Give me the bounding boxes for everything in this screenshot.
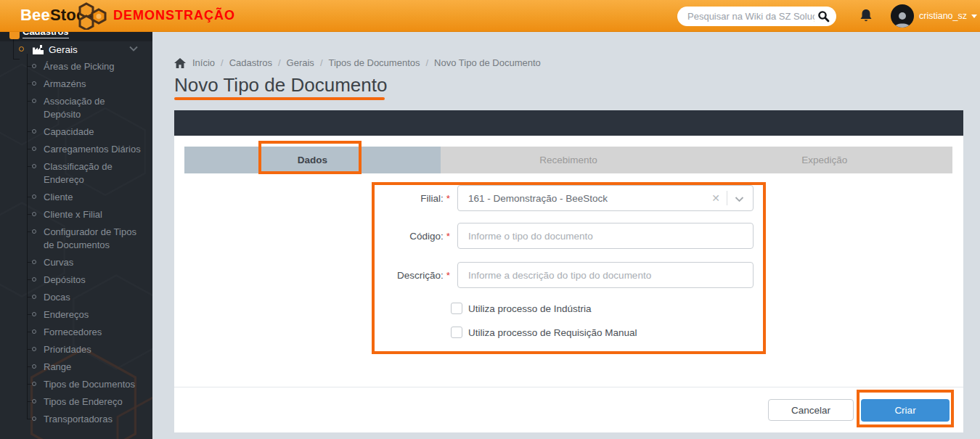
username-label[interactable]: cristiano_sz <box>919 11 967 21</box>
sidebar-item[interactable]: Cliente <box>0 189 152 206</box>
sidebar-item[interactable]: Docas <box>0 289 152 306</box>
sidebar-item[interactable]: Curvas <box>0 254 152 271</box>
bullet-icon <box>32 99 36 103</box>
bullet-icon <box>32 347 36 351</box>
environment-label: DEMONSTRAÇÃO <box>113 8 235 23</box>
wiki-search <box>677 7 836 26</box>
person-icon <box>893 10 912 28</box>
industria-checkbox-label: Utiliza processo de Indústria <box>468 303 592 314</box>
bullet-icon <box>32 81 36 86</box>
sidebar-item[interactable]: Endereços <box>0 306 152 324</box>
sidebar-item[interactable]: Tipos de Endereço <box>0 393 152 411</box>
tab-dados[interactable]: Dados <box>184 147 441 173</box>
sidebar-item-list: Áreas de Picking Armazéns Associação de … <box>0 58 152 428</box>
bullet-icon <box>19 46 24 52</box>
section-label: Gerais <box>49 44 78 55</box>
sidebar-item[interactable]: Prioridades <box>0 341 152 358</box>
bullet-icon <box>32 147 36 151</box>
create-button[interactable]: Criar <box>861 399 950 422</box>
topbar: BeeStock DEMONSTRAÇÃO cristiano_sz <box>0 0 980 32</box>
sidebar-item[interactable]: Transportadoras <box>0 411 152 428</box>
bullet-icon <box>32 277 36 282</box>
bullet-icon <box>32 329 36 334</box>
form-tabs: Dados Recebimento Expedição <box>184 147 952 173</box>
cadastros-icon <box>9 32 20 39</box>
sidebar-item[interactable]: Capacidade <box>0 123 152 141</box>
bullet-icon <box>32 164 36 168</box>
sidebar-item[interactable]: Classificação de Endereço <box>0 158 152 189</box>
title-underline-annotation <box>174 97 385 100</box>
logo-bee-text: Bee <box>20 6 50 24</box>
descricao-field <box>457 262 754 288</box>
bullet-icon <box>32 229 36 234</box>
sidebar-item[interactable]: Tipos de Documentos <box>0 376 152 393</box>
industry-icon <box>32 44 44 55</box>
bullet-icon <box>32 312 36 316</box>
bullet-icon <box>32 212 36 216</box>
filial-select[interactable]: 161 - Demonstração - BeeStock ✕ <box>457 185 754 211</box>
bullet-icon <box>32 194 36 199</box>
wiki-search-input[interactable] <box>687 11 814 22</box>
codigo-field <box>457 223 754 249</box>
codigo-input[interactable] <box>457 223 754 249</box>
document-type-form-card: Dados Recebimento Expedição Filial:* 161… <box>174 110 963 432</box>
sidebar-item[interactable]: Fornecedores <box>0 324 152 341</box>
page-title: Novo Tipo de Documento <box>174 74 387 97</box>
sidebar-item[interactable]: Cliente x Filial <box>0 206 152 223</box>
form-footer: Cancelar Criar <box>174 387 963 432</box>
bullet-icon <box>32 260 36 264</box>
sidebar-item[interactable]: Range <box>0 358 152 376</box>
requisicao-checkbox-label: Utiliza processo de Requisição Manual <box>468 327 637 338</box>
breadcrumb: Início Cadastros Gerais Tipos de Documen… <box>174 57 541 68</box>
card-header-bar <box>174 110 963 136</box>
requisicao-checkbox[interactable] <box>451 327 462 338</box>
breadcrumb-item[interactable]: Cadastros <box>229 57 287 68</box>
sidebar-item[interactable]: Armazéns <box>0 75 152 93</box>
descricao-input[interactable] <box>457 262 754 288</box>
breadcrumb-item[interactable]: Início <box>192 57 229 68</box>
sidebar-nav: Cadastros Gerais Áreas de Picking Armazé… <box>0 32 152 439</box>
chevron-down-icon[interactable] <box>727 194 746 202</box>
sidebar-item[interactable]: Depósitos <box>0 271 152 289</box>
search-icon[interactable] <box>817 10 830 22</box>
required-asterisk: * <box>446 193 450 204</box>
required-asterisk: * <box>446 270 450 281</box>
sidebar-item[interactable]: Configurador de Tipos de Documentos <box>0 223 152 254</box>
breadcrumb-item[interactable]: Gerais <box>287 57 329 68</box>
breadcrumb-item[interactable]: Novo Tipo de Documento <box>434 57 541 68</box>
descricao-label: Descrição:* <box>174 262 450 288</box>
checkbox-row-industria: Utiliza processo de Indústria <box>451 303 592 314</box>
sidebar-item[interactable]: Associação de Depósito <box>0 93 152 123</box>
bullet-icon <box>32 417 36 421</box>
filial-select-field: 161 - Demonstração - BeeStock ✕ <box>457 185 754 211</box>
bullet-icon <box>32 364 36 369</box>
cancel-button[interactable]: Cancelar <box>768 399 854 421</box>
bullet-icon <box>32 399 36 403</box>
required-asterisk: * <box>446 231 450 242</box>
checkbox-row-requisicao: Utiliza processo de Requisição Manual <box>451 327 637 338</box>
tab-expedicao[interactable]: Expedição <box>696 147 952 173</box>
codigo-label: Código:* <box>174 223 450 249</box>
filial-label: Filial:* <box>174 185 450 211</box>
bullet-icon <box>32 129 36 134</box>
home-icon[interactable] <box>174 58 186 68</box>
sidebar-item[interactable]: Áreas de Picking <box>0 58 152 75</box>
filial-selected-value: 161 - Demonstração - BeeStock <box>468 193 705 204</box>
sidebar-section-gerais[interactable]: Gerais <box>0 41 152 58</box>
user-avatar[interactable] <box>891 4 914 28</box>
bullet-icon <box>32 295 36 299</box>
sidebar-item[interactable]: Carregamentos Diários <box>0 141 152 158</box>
clear-x-icon[interactable]: ✕ <box>705 192 727 204</box>
honeycomb-logo-icon <box>77 2 107 30</box>
chevron-down-icon[interactable] <box>129 46 138 52</box>
industria-checkbox[interactable] <box>451 303 462 314</box>
bullet-icon <box>32 382 36 386</box>
breadcrumb-item[interactable]: Tipos de Documentos <box>329 57 435 68</box>
notifications-bell-icon[interactable] <box>859 8 873 24</box>
bullet-icon <box>32 64 36 68</box>
tab-recebimento[interactable]: Recebimento <box>441 147 697 173</box>
beestock-app: BeeStock DEMONSTRAÇÃO cristiano_sz <box>0 0 980 439</box>
caret-down-icon[interactable] <box>971 15 977 18</box>
